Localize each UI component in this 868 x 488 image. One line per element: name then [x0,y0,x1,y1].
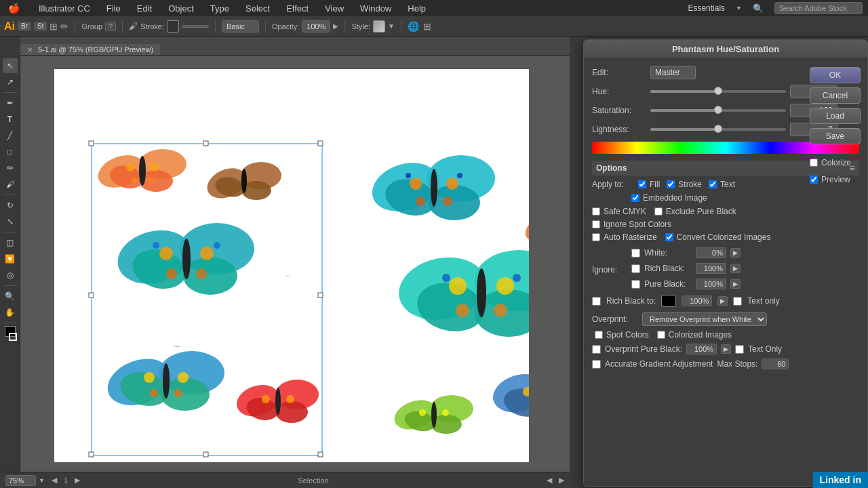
effect-menu[interactable]: Effect [283,2,311,15]
pen-tool[interactable]: ✒ [3,96,18,110]
app-name-menu[interactable]: Illustrator CC [36,2,93,15]
line-style-dropdown[interactable]: Basic [222,20,259,33]
pure-black-checkbox[interactable] [631,280,640,289]
load-button[interactable]: Load [810,108,861,124]
rich-black-to-arrow[interactable]: ▶ [717,296,728,306]
lightness-slider-track[interactable] [650,128,786,131]
paint-brush-tool[interactable]: 🖌 [3,177,18,192]
type-menu[interactable]: Type [208,2,232,15]
safe-cmyk-checkbox[interactable] [592,207,600,216]
saturation-slider-track[interactable] [650,109,786,112]
gradient-tool[interactable]: ◫ [3,235,18,250]
nav-prev[interactable]: ◀ [52,476,57,485]
question-icon[interactable]: ? [105,22,116,31]
ok-button[interactable]: OK [810,67,861,83]
auto-rasterize-checkbox[interactable] [592,233,600,241]
colorize-checkbox[interactable] [810,159,818,167]
pure-black-value[interactable] [696,279,726,289]
lightness-slider-thumb[interactable] [714,125,722,133]
overprint-black-arrow[interactable]: ▶ [721,344,731,354]
brush-icon[interactable]: 🖌 [129,21,138,31]
select-menu[interactable]: Select [243,2,273,15]
zoom-down-arrow[interactable]: ▼ [39,477,45,484]
gradient-checkbox[interactable] [592,360,601,369]
pen-tool-icon[interactable]: ✏ [60,21,68,32]
direct-selection-tool[interactable]: ↗ [3,75,18,89]
white-checkbox[interactable] [631,249,640,258]
essentials-label[interactable]: Essentials [688,3,725,13]
rich-black-value[interactable] [696,263,726,274]
apple-menu[interactable]: 🍎 [5,1,22,15]
zoom-tool[interactable]: 🔍 [3,289,18,304]
help-menu[interactable]: Help [405,2,429,15]
white-arrow[interactable]: ▶ [730,248,741,258]
overprint-text-only-checkbox[interactable] [735,345,744,354]
stroke-checkbox[interactable] [667,180,675,188]
style-swatch[interactable] [373,20,385,33]
nav-arrow-right[interactable]: ▶ [559,476,564,485]
convert-colorized-checkbox[interactable] [665,233,673,241]
opacity-arrow[interactable]: ▶ [333,22,338,30]
rotate-tool[interactable]: ↻ [3,198,18,213]
zoom-input[interactable] [5,475,36,486]
search-stock-icon[interactable]: 🔍 [753,3,764,14]
scale-tool[interactable]: ⤡ [3,214,18,229]
bridge-icon[interactable]: Br [18,22,31,30]
rich-black-to-value[interactable] [682,296,712,306]
saturation-slider-thumb[interactable] [714,106,722,114]
nav-next[interactable]: ▶ [75,476,80,485]
blend-tool[interactable]: ◎ [3,268,18,283]
spot-colors-checkbox[interactable] [595,331,603,339]
overprint-black-value[interactable] [686,344,717,354]
edit-dropdown[interactable]: Master Reds Yellows Greens Cyans Blues M… [650,66,696,79]
type-tool[interactable]: T [3,112,18,127]
workspace-icon[interactable]: ⊞ [50,21,58,32]
hand-tool[interactable]: ✋ [3,305,18,320]
nav-arrow-left[interactable]: ◀ [547,476,552,485]
canvas-area[interactable]: ~ ~ [20,56,570,472]
rich-black-to-checkbox[interactable] [592,297,601,306]
hue-slider-track[interactable] [650,90,786,93]
eyedropper-tool[interactable]: 🔽 [3,251,18,266]
opacity-value[interactable]: 100% [302,20,330,33]
embedded-image-checkbox[interactable] [631,194,639,202]
rich-black-checkbox[interactable] [631,264,640,273]
fill-checkbox[interactable] [638,180,646,188]
view-menu[interactable]: View [322,2,347,15]
exclude-black-checkbox[interactable] [654,207,663,216]
stroke-weight-input[interactable] [182,25,209,28]
rich-black-to-swatch[interactable] [661,295,676,307]
pencil-tool[interactable]: ✏ [3,161,18,176]
globe-icon[interactable]: 🌐 [408,21,419,32]
search-stock-input[interactable]: Search Adobe Stock [774,2,863,14]
text-checkbox[interactable] [709,180,717,188]
white-value[interactable] [696,247,726,258]
file-tab-close[interactable]: ✕ [27,46,33,54]
overprint-black-checkbox[interactable] [592,345,601,354]
edit-menu[interactable]: Edit [134,2,155,15]
stock-icon[interactable]: St [34,22,47,30]
object-menu[interactable]: Object [165,2,197,15]
hue-slider-thumb[interactable] [714,87,722,95]
preview-checkbox[interactable] [810,176,818,184]
page-number[interactable]: 1 [64,476,68,485]
window-menu[interactable]: Window [357,2,394,15]
file-tab[interactable]: ✕ 5-1.ai @ 75% (RGB/GPU Preview) [20,44,160,55]
save-button[interactable]: Save [810,128,861,144]
rect-tool[interactable]: □ [3,144,18,159]
stroke-color-swatch[interactable] [167,20,179,33]
max-stops-value[interactable] [762,359,789,369]
file-menu[interactable]: File [104,2,123,15]
colorized-images-checkbox[interactable] [657,331,665,339]
align-icon[interactable]: ⊞ [423,21,431,32]
pure-black-arrow[interactable]: ▶ [730,279,741,289]
overprint-dropdown[interactable]: Remove Overprint when White Keep Overpri… [642,312,767,326]
line-tool[interactable]: ╱ [3,128,18,143]
text-only-checkbox[interactable] [733,297,742,306]
ignore-spot-checkbox[interactable] [592,220,600,228]
style-arrow[interactable]: ▼ [388,22,395,30]
selection-tool[interactable]: ↖ [3,58,18,73]
stroke-swatch[interactable] [9,333,17,341]
cancel-button[interactable]: Cancel [810,87,861,104]
rich-black-arrow[interactable]: ▶ [730,264,741,273]
